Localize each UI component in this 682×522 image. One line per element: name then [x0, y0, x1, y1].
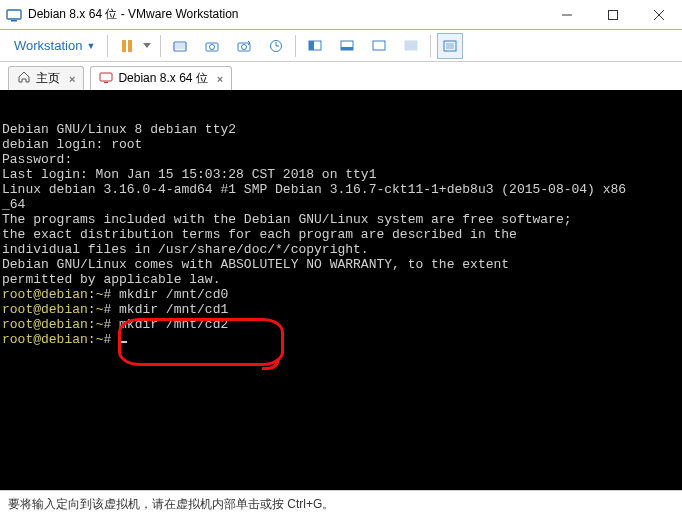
terminal-cmd-line: root@debian:~# mkdir /mnt/cd0: [2, 287, 680, 302]
vm-tabbar: 主页 × Debian 8.x 64 位 ×: [0, 62, 682, 90]
window-title: Debian 8.x 64 位 - VMware Workstation: [28, 6, 239, 23]
pause-button[interactable]: [114, 33, 140, 59]
svg-marker-8: [143, 43, 151, 48]
svg-rect-3: [609, 10, 618, 19]
separator: [160, 35, 161, 57]
terminal-line: debian login: root: [2, 137, 680, 152]
vm-console[interactable]: Debian GNU/Linux 8 debian tty2debian log…: [0, 90, 682, 490]
terminal-line: the exact distribution terms for each pr…: [2, 227, 680, 242]
svg-rect-10: [175, 43, 185, 49]
terminal-cmd-line: root@debian:~# mkdir /mnt/cd1: [2, 302, 680, 317]
tab-vm[interactable]: Debian 8.x 64 位 ×: [90, 66, 232, 90]
terminal-cmd-line: root@debian:~#: [2, 332, 680, 347]
revert-snapshot-button[interactable]: [231, 33, 257, 59]
show-console-button[interactable]: [302, 33, 328, 59]
terminal-line: The programs included with the Debian GN…: [2, 212, 680, 227]
pause-dropdown[interactable]: [140, 33, 154, 59]
terminal-line: Last login: Mon Jan 15 15:03:28 CST 2018…: [2, 167, 680, 182]
svg-point-14: [242, 44, 247, 49]
terminal-line: Debian GNU/Linux 8 debian tty2: [2, 122, 680, 137]
svg-rect-0: [7, 10, 21, 19]
window-maximize-button[interactable]: [590, 0, 636, 29]
snapshot-button[interactable]: [199, 33, 225, 59]
statusbar: 要将输入定向到该虚拟机，请在虚拟机内部单击或按 Ctrl+G。: [0, 490, 682, 518]
workstation-menu[interactable]: Workstation ▼: [8, 34, 101, 57]
svg-rect-1: [11, 20, 17, 22]
window-titlebar: Debian 8.x 64 位 - VMware Workstation: [0, 0, 682, 30]
window-controls: [544, 0, 682, 29]
thumbnail-view-button[interactable]: [334, 33, 360, 59]
statusbar-text: 要将输入定向到该虚拟机，请在虚拟机内部单击或按 Ctrl+G。: [8, 496, 334, 513]
svg-rect-25: [446, 43, 454, 49]
app-icon: [6, 7, 22, 23]
svg-rect-21: [341, 47, 353, 50]
terminal-cursor: [119, 341, 127, 343]
tab-home[interactable]: 主页 ×: [8, 66, 84, 90]
svg-rect-7: [128, 40, 132, 52]
snapshot-manager-button[interactable]: [263, 33, 289, 59]
terminal-line: individual files in /usr/share/doc/*/cop…: [2, 242, 680, 257]
separator: [107, 35, 108, 57]
terminal-line: Password:: [2, 152, 680, 167]
tab-vm-label: Debian 8.x 64 位: [118, 70, 207, 87]
terminal-line: _64: [2, 197, 680, 212]
toolbar: Workstation ▼: [0, 30, 682, 62]
terminal-line: permitted by applicable law.: [2, 272, 680, 287]
unity-button[interactable]: [437, 33, 463, 59]
chevron-down-icon: ▼: [86, 41, 95, 51]
terminal-line: Debian GNU/Linux comes with ABSOLUTELY N…: [2, 257, 680, 272]
svg-rect-23: [405, 41, 417, 50]
stretch-guest-button[interactable]: [366, 33, 392, 59]
home-icon: [17, 70, 31, 87]
window-close-button[interactable]: [636, 0, 682, 29]
svg-rect-22: [373, 41, 385, 50]
window-minimize-button[interactable]: [544, 0, 590, 29]
svg-rect-19: [309, 41, 314, 50]
terminal-cmd-line: root@debian:~# mkdir /mnt/cd2: [2, 317, 680, 332]
workstation-menu-label: Workstation: [14, 38, 82, 53]
separator: [295, 35, 296, 57]
svg-rect-26: [100, 73, 112, 81]
svg-rect-27: [104, 82, 108, 83]
svg-point-12: [210, 44, 215, 49]
svg-rect-6: [122, 40, 126, 52]
tab-vm-close-icon[interactable]: ×: [217, 73, 223, 85]
tab-home-label: 主页: [36, 70, 60, 87]
vm-icon: [99, 70, 113, 87]
separator: [430, 35, 431, 57]
tab-home-close-icon[interactable]: ×: [69, 73, 75, 85]
terminal-line: Linux debian 3.16.0-4-amd64 #1 SMP Debia…: [2, 182, 680, 197]
fullscreen-button[interactable]: [398, 33, 424, 59]
annotation-tail: [262, 358, 280, 370]
send-ctrl-alt-del-button[interactable]: [167, 33, 193, 59]
